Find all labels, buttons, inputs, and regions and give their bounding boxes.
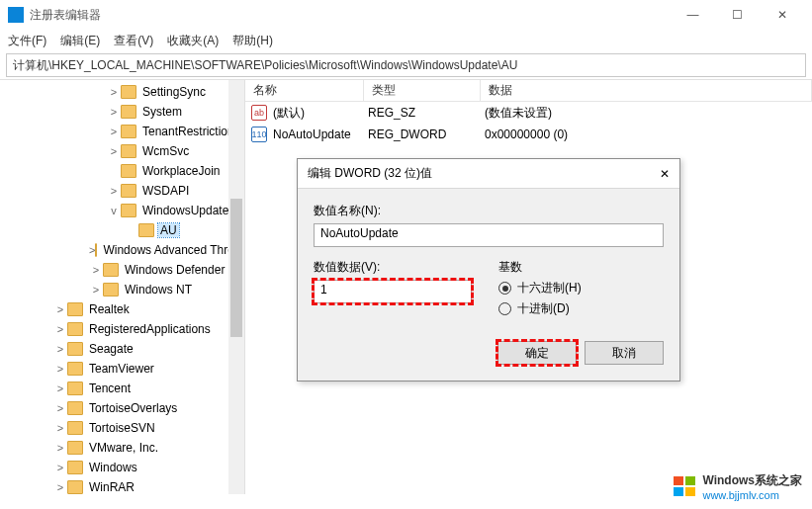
folder-icon	[67, 401, 83, 415]
value-data-input[interactable]: 1	[314, 280, 472, 303]
binary-value-icon: 110	[251, 127, 267, 142]
edit-dword-dialog: 编辑 DWORD (32 位)值 ✕ 数值名称(N): NoAutoUpdate…	[297, 158, 680, 382]
folder-icon	[67, 302, 83, 316]
folder-icon	[67, 322, 83, 336]
base-label: 基数	[498, 259, 664, 276]
expand-icon[interactable]: >	[53, 382, 67, 394]
tree-item-seagate[interactable]: >Seagate	[0, 339, 244, 359]
expand-icon[interactable]: v	[107, 205, 121, 216]
tree-item-au[interactable]: AU	[0, 220, 244, 240]
folder-icon	[67, 461, 83, 474]
tree-label: WcmSvc	[140, 144, 191, 158]
header-type[interactable]: 类型	[364, 80, 481, 101]
tree-item-settingsync[interactable]: >SettingSync	[0, 82, 244, 102]
folder-icon	[103, 283, 119, 297]
tree-item-tortoisesvn[interactable]: >TortoiseSVN	[0, 418, 244, 438]
dialog-close-icon[interactable]: ✕	[660, 167, 670, 181]
expand-icon[interactable]: >	[53, 481, 67, 493]
expand-icon[interactable]: >	[53, 323, 67, 335]
folder-icon	[103, 263, 119, 277]
svg-rect-2	[674, 487, 683, 496]
tree-item-windowsupdate[interactable]: vWindowsUpdate	[0, 201, 244, 220]
tree-item-tortoiseoverlays[interactable]: >TortoiseOverlays	[0, 398, 244, 418]
radio-dec[interactable]	[498, 302, 511, 315]
value-data-label: 数值数据(V):	[314, 259, 479, 276]
tree-label: SettingSync	[140, 85, 208, 99]
radio-dec-label: 十进制(D)	[517, 300, 570, 317]
tree-label: TortoiseSVN	[87, 421, 157, 435]
address-bar[interactable]: 计算机\HKEY_LOCAL_MACHINE\SOFTWARE\Policies…	[6, 53, 806, 77]
header-data[interactable]: 数据	[481, 80, 812, 101]
tree-label: Windows Advanced Threat Protection	[101, 243, 245, 257]
tree-item-workplacejoin[interactable]: WorkplaceJoin	[0, 161, 244, 181]
tree-item-realtek[interactable]: >Realtek	[0, 299, 244, 319]
expand-icon[interactable]: >	[107, 145, 121, 157]
folder-icon	[67, 362, 83, 376]
expand-icon[interactable]: >	[53, 303, 67, 315]
tree-item-windows-defender[interactable]: >Windows Defender	[0, 260, 244, 280]
folder-icon	[121, 85, 136, 99]
value-name-label: 数值名称(N):	[314, 203, 664, 219]
list-header[interactable]: 名称 类型 数据	[245, 80, 812, 102]
close-button[interactable]: ✕	[760, 1, 804, 29]
list-row[interactable]: ab(默认)REG_SZ(数值未设置)	[245, 102, 812, 124]
expand-icon[interactable]: >	[107, 185, 121, 197]
maximize-button[interactable]: ☐	[715, 1, 760, 29]
expand-icon[interactable]: >	[53, 442, 67, 454]
tree-pane[interactable]: >SettingSync>System>TenantRestrictions>W…	[0, 80, 245, 494]
watermark-url: www.bjjmlv.com	[702, 489, 802, 501]
minimize-button[interactable]: —	[671, 1, 715, 29]
tree-item-wcmsvc[interactable]: >WcmSvc	[0, 141, 244, 161]
tree-item-tencent[interactable]: >Tencent	[0, 379, 244, 398]
tree-label: Windows NT	[123, 283, 194, 297]
tree-label: Seagate	[87, 342, 135, 356]
expand-icon[interactable]: >	[53, 363, 67, 375]
menu-file[interactable]: 文件(F)	[8, 33, 46, 49]
ok-button[interactable]: 确定	[497, 341, 577, 365]
address-text: 计算机\HKEY_LOCAL_MACHINE\SOFTWARE\Policies…	[13, 57, 517, 74]
tree-item-windows-nt[interactable]: >Windows NT	[0, 280, 244, 299]
list-row[interactable]: 110NoAutoUpdateREG_DWORD0x00000000 (0)	[245, 124, 812, 145]
cancel-button[interactable]: 取消	[585, 341, 664, 365]
tree-label: Windows	[87, 461, 139, 474]
tree-item-wsdapi[interactable]: >WSDAPI	[0, 181, 244, 201]
value-name-field[interactable]: NoAutoUpdate	[314, 223, 664, 247]
radio-hex[interactable]	[498, 282, 511, 295]
cell-name: (默认)	[273, 105, 368, 122]
folder-icon	[121, 105, 136, 119]
menu-favorites[interactable]: 收藏夹(A)	[167, 33, 219, 49]
scrollbar-thumb[interactable]	[230, 199, 242, 337]
expand-icon[interactable]: >	[107, 126, 121, 137]
expand-icon[interactable]: >	[53, 422, 67, 434]
tree-item-tenantrestrictions[interactable]: >TenantRestrictions	[0, 122, 244, 141]
radio-dec-row[interactable]: 十进制(D)	[498, 300, 664, 317]
tree-item-teamviewer[interactable]: >TeamViewer	[0, 359, 244, 379]
folder-icon	[95, 243, 97, 257]
tree-item-registeredapplications[interactable]: >RegisteredApplications	[0, 319, 244, 339]
tree-item-winrar[interactable]: >WinRAR	[0, 477, 244, 494]
expand-icon[interactable]: >	[89, 284, 103, 296]
tree-item-system[interactable]: >System	[0, 102, 244, 122]
menu-edit[interactable]: 编辑(E)	[60, 33, 100, 49]
expand-icon[interactable]: >	[107, 86, 121, 98]
expand-icon[interactable]: >	[107, 106, 121, 118]
window-title: 注册表编辑器	[30, 7, 671, 24]
menubar: 文件(F) 编辑(E) 查看(V) 收藏夹(A) 帮助(H)	[0, 30, 812, 51]
expand-icon[interactable]: >	[53, 402, 67, 414]
expand-icon[interactable]: >	[53, 462, 67, 473]
tree-label: WindowsUpdate	[140, 204, 230, 217]
tree-scrollbar[interactable]	[228, 80, 244, 494]
svg-rect-3	[685, 487, 695, 496]
tree-item-windows-advanced-threat-protection[interactable]: >Windows Advanced Threat Protection	[0, 240, 244, 260]
expand-icon[interactable]: >	[89, 264, 103, 276]
menu-view[interactable]: 查看(V)	[114, 33, 153, 49]
radio-hex-row[interactable]: 十六进制(H)	[498, 280, 664, 297]
tree-label: TortoiseOverlays	[87, 401, 179, 415]
expand-icon[interactable]: >	[53, 343, 67, 355]
menu-help[interactable]: 帮助(H)	[232, 33, 273, 49]
header-name[interactable]: 名称	[245, 80, 364, 101]
tree-label: Realtek	[87, 302, 132, 316]
tree-item-windows[interactable]: >Windows	[0, 458, 244, 477]
folder-icon	[67, 480, 83, 494]
tree-item-vmware-inc-[interactable]: >VMware, Inc.	[0, 438, 244, 458]
